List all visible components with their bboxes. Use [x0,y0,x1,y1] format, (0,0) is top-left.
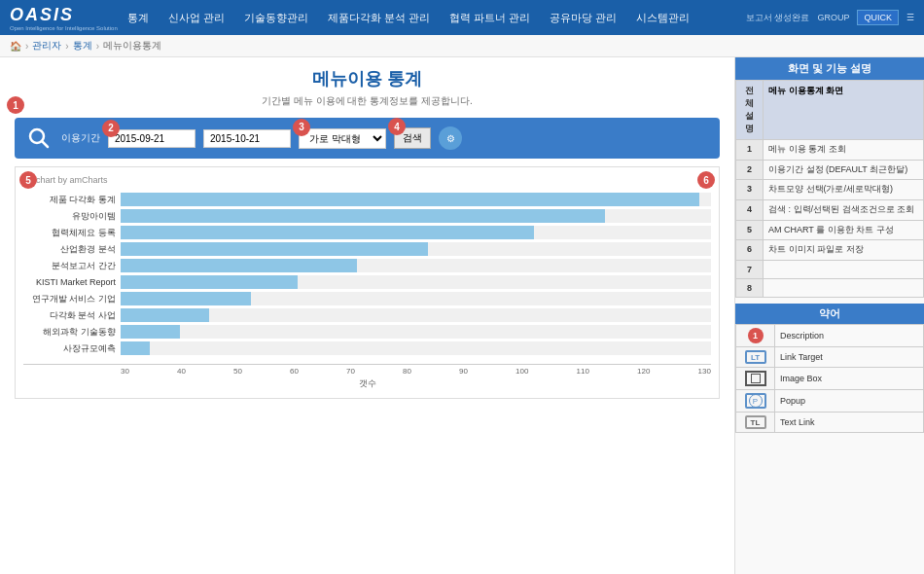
nav-partner[interactable]: 협력 파트너 관리 [440,11,540,25]
row-desc: 차트 이미지 파일로 저장 [764,240,924,261]
x-axis-tick: 50 [233,367,242,376]
nav-statistics[interactable]: 통계 [118,11,159,25]
x-axis-title: 갯수 [23,377,711,390]
right-table-row: 7 [736,261,924,279]
legend-row: 1Description [736,325,924,347]
search-icon [28,127,50,149]
x-axis-tick: 80 [403,367,411,376]
bar-row: 제품 다각화 통계 [23,193,711,206]
legend-title: 약어 [735,304,924,324]
row-number: 4 [736,200,764,221]
right-section-title: 화면 및 기능 설명 [735,57,924,80]
bar-label: 협력체제요 등록 [23,227,121,239]
bar-label: 사장규모예측 [23,342,121,355]
legend-tl-icon: TL [745,415,766,429]
breadcrumb-stats[interactable]: 통계 [73,39,92,53]
right-table: 전체설명 메뉴 이용통계 화면 1메뉴 이용 통계 조회2이용기간 설정 (DE… [735,80,924,298]
hamburger-icon[interactable]: ☰ [906,13,914,22]
bar-track [121,308,711,322]
legend-desc: Text Link [775,413,924,433]
nav-menu: 통계 신사업 관리 기술동향관리 제품다각화 분석 관리 협력 파트너 관리 공… [118,11,746,25]
legend-icon [736,368,775,390]
row-desc: 이용기간 설정 (DEFAULT 최근한달) [764,160,924,180]
x-axis-tick: 30 [121,367,129,376]
nav-product-analysis[interactable]: 제품다각화 분석 관리 [318,11,440,25]
nav-system[interactable]: 시스템관리 [626,11,699,25]
bar-row: 분석보고서 간간 [23,259,711,272]
chart-title: JS chart by amCharts [23,175,711,185]
breadcrumb-home-icon: 🏠 [10,41,21,52]
right-table-row: 2이용기간 설정 (DEFAULT 최근한달) [736,160,924,180]
date-from-input[interactable] [108,129,195,148]
bar-label: KISTI Market Report [23,277,121,287]
annotation-4: 4 [388,118,406,135]
bar-row: 해외과학 기술동향 [23,325,711,339]
x-axis: 30405060708090100110120130 [23,364,711,376]
row-number: 2 [736,160,764,180]
legend-circle-icon: 1 [748,328,764,343]
legend-table: 1DescriptionLTLink TargetImage BoxPPopup… [735,324,924,433]
bar-fill [121,193,699,206]
bar-label: 연구개발 서비스 기업 [23,293,121,305]
search-label: 이용기간 [61,131,100,145]
date-to-input[interactable] [203,129,291,148]
bar-track [121,209,711,223]
legend-desc: Popup [775,390,924,413]
search-wrapper: 1 이용기간 2 3 가로 막대형 [15,118,720,159]
legend-icon: 1 [736,325,775,347]
nav-sharing[interactable]: 공유마당 관리 [540,11,626,25]
bar-track [121,292,711,305]
bar-fill [121,242,428,256]
page-subtitle: 기간별 메뉴 이용에 대한 통계정보를 제공합니다. [15,94,720,108]
legend-desc: Description [775,325,924,347]
row-number: 8 [736,279,764,298]
row-desc: 차트모양 선택(가로/세로막대형) [764,180,924,200]
logo: OASIS Open Intelligence for Intelligence… [10,5,118,31]
row-desc [764,261,924,279]
bar-track [121,275,711,289]
bar-fill [121,308,209,322]
legend-row: LTLink Target [736,347,924,368]
chart-type-select[interactable]: 가로 막대형 [299,128,386,149]
x-axis-tick: 130 [698,367,711,376]
x-axis-tick: 120 [637,367,650,376]
breadcrumb: 🏠 › 관리자 › 통계 › 메뉴이용통계 [0,35,924,57]
x-axis-tick: 60 [290,367,299,376]
bar-row: 유망아이템 [23,209,711,223]
bar-track [121,341,711,355]
quick-button[interactable]: QUICK [857,10,899,25]
bar-label: 다각화 분석 사업 [23,309,121,322]
breadcrumb-current: 메뉴이용통계 [103,39,161,53]
x-axis-tick: 40 [177,367,186,376]
logo-area: OASIS Open Intelligence for Intelligence… [10,5,118,31]
legend-desc: Image Box [775,368,924,390]
bar-row: 다각화 분석 사업 [23,308,711,322]
nav-new-business[interactable]: 신사업 관리 [159,11,234,25]
bar-label: 유망아이템 [23,210,121,223]
breadcrumb-admin[interactable]: 관리자 [32,39,61,53]
bar-track [121,259,711,272]
chart-container: 5 6 JS chart by amCharts ⬇ 제품 다각화 통계유망아이… [15,166,720,399]
right-table-header: 전체설명 메뉴 이용통계 화면 [736,81,924,140]
bar-label: 산업환경 분석 [23,243,121,256]
bar-fill [121,226,534,239]
row-desc [764,279,924,298]
right-table-row: 1메뉴 이용 통계 조회 [736,140,924,161]
row-number: 7 [736,261,764,279]
right-table-row: 8 [736,279,924,298]
header: OASIS Open Intelligence for Intelligence… [0,0,924,35]
search-bar: 이용기간 2 3 가로 막대형 4 검색 ⚙ [15,118,720,159]
legend-img-icon [745,371,766,386]
header-right: 보고서 생성완료 GROUP QUICK ☰ [746,10,914,25]
annotation-6: 6 [697,171,715,189]
bar-fill [121,275,298,289]
gear-button[interactable]: ⚙ [439,126,462,150]
x-axis-tick: 90 [459,367,468,376]
page-title: 메뉴이용 통계 [15,67,720,90]
bar-track [121,242,711,256]
right-panel: 화면 및 기능 설명 전체설명 메뉴 이용통계 화면 1메뉴 이용 통계 조회2… [734,57,924,574]
svg-line-1 [42,141,48,147]
bar-fill [121,292,251,305]
nav-tech-trend[interactable]: 기술동향관리 [234,11,318,25]
row-desc: 검색 : 입력/선택된 검색조건으로 조회 [764,200,924,221]
